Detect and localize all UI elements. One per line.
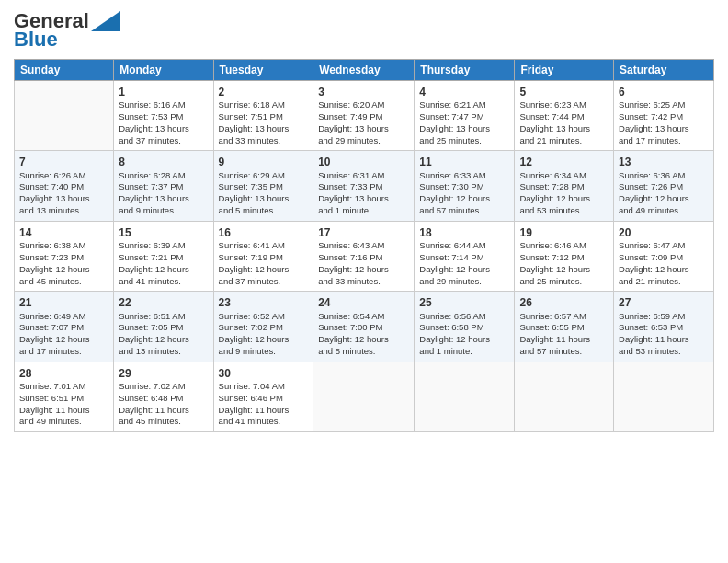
day-number: 1 xyxy=(119,85,208,99)
day-number: 11 xyxy=(419,155,509,169)
week-row-1: 1Sunrise: 6:16 AM Sunset: 7:53 PM Daylig… xyxy=(15,81,714,151)
day-info: Sunrise: 6:18 AM Sunset: 7:51 PM Dayligh… xyxy=(219,99,309,146)
day-cell xyxy=(313,362,415,431)
day-number: 12 xyxy=(519,155,609,169)
day-cell: 24Sunrise: 6:54 AM Sunset: 7:00 PM Dayli… xyxy=(313,292,415,362)
day-cell: 22Sunrise: 6:51 AM Sunset: 7:05 PM Dayli… xyxy=(114,292,213,362)
day-cell: 1Sunrise: 6:16 AM Sunset: 7:53 PM Daylig… xyxy=(114,81,213,151)
day-number: 2 xyxy=(219,85,309,99)
header-saturday: Saturday xyxy=(614,60,714,81)
day-info: Sunrise: 6:31 AM Sunset: 7:33 PM Dayligh… xyxy=(318,170,409,217)
day-info: Sunrise: 6:20 AM Sunset: 7:49 PM Dayligh… xyxy=(318,99,409,146)
day-cell: 16Sunrise: 6:41 AM Sunset: 7:19 PM Dayli… xyxy=(213,221,313,291)
day-cell: 29Sunrise: 7:02 AM Sunset: 6:48 PM Dayli… xyxy=(114,362,213,431)
day-info: Sunrise: 6:44 AM Sunset: 7:14 PM Dayligh… xyxy=(419,240,509,287)
day-number: 22 xyxy=(119,295,208,310)
day-info: Sunrise: 6:25 AM Sunset: 7:42 PM Dayligh… xyxy=(619,99,709,146)
day-info: Sunrise: 6:46 AM Sunset: 7:12 PM Dayligh… xyxy=(519,240,609,287)
day-cell: 3Sunrise: 6:20 AM Sunset: 7:49 PM Daylig… xyxy=(313,81,415,151)
day-cell: 10Sunrise: 6:31 AM Sunset: 7:33 PM Dayli… xyxy=(313,151,415,221)
week-row-5: 28Sunrise: 7:01 AM Sunset: 6:51 PM Dayli… xyxy=(15,362,714,431)
day-cell: 17Sunrise: 6:43 AM Sunset: 7:16 PM Dayli… xyxy=(313,221,415,291)
day-cell: 23Sunrise: 6:52 AM Sunset: 7:02 PM Dayli… xyxy=(213,292,313,362)
day-cell: 25Sunrise: 6:56 AM Sunset: 6:58 PM Dayli… xyxy=(415,292,515,362)
day-info: Sunrise: 6:16 AM Sunset: 7:53 PM Dayligh… xyxy=(119,99,208,146)
day-cell: 14Sunrise: 6:38 AM Sunset: 7:23 PM Dayli… xyxy=(15,221,114,291)
day-info: Sunrise: 6:51 AM Sunset: 7:05 PM Dayligh… xyxy=(119,311,208,358)
day-info: Sunrise: 6:34 AM Sunset: 7:28 PM Dayligh… xyxy=(519,170,609,217)
day-cell: 28Sunrise: 7:01 AM Sunset: 6:51 PM Dayli… xyxy=(15,362,114,431)
day-cell: 8Sunrise: 6:28 AM Sunset: 7:37 PM Daylig… xyxy=(114,151,213,221)
day-cell: 21Sunrise: 6:49 AM Sunset: 7:07 PM Dayli… xyxy=(15,292,114,362)
day-cell: 12Sunrise: 6:34 AM Sunset: 7:28 PM Dayli… xyxy=(515,151,614,221)
header: General Blue xyxy=(14,9,714,52)
day-cell: 27Sunrise: 6:59 AM Sunset: 6:53 PM Dayli… xyxy=(614,292,714,362)
day-number: 8 xyxy=(119,155,208,169)
day-info: Sunrise: 6:39 AM Sunset: 7:21 PM Dayligh… xyxy=(119,240,208,287)
day-number: 4 xyxy=(419,85,509,99)
day-number: 16 xyxy=(219,225,309,240)
day-cell: 30Sunrise: 7:04 AM Sunset: 6:46 PM Dayli… xyxy=(213,362,313,431)
day-info: Sunrise: 6:57 AM Sunset: 6:55 PM Dayligh… xyxy=(519,311,609,358)
day-cell: 2Sunrise: 6:18 AM Sunset: 7:51 PM Daylig… xyxy=(213,81,313,151)
day-number: 28 xyxy=(19,366,108,381)
day-info: Sunrise: 6:47 AM Sunset: 7:09 PM Dayligh… xyxy=(619,240,709,287)
day-info: Sunrise: 6:52 AM Sunset: 7:02 PM Dayligh… xyxy=(219,311,309,358)
day-number: 9 xyxy=(219,155,309,169)
header-tuesday: Tuesday xyxy=(213,60,313,81)
day-number: 29 xyxy=(119,366,208,381)
day-info: Sunrise: 6:36 AM Sunset: 7:26 PM Dayligh… xyxy=(619,170,709,217)
header-sunday: Sunday xyxy=(15,60,114,81)
day-info: Sunrise: 6:43 AM Sunset: 7:16 PM Dayligh… xyxy=(318,240,409,287)
header-wednesday: Wednesday xyxy=(313,60,415,81)
day-number: 18 xyxy=(419,225,509,240)
week-row-2: 7Sunrise: 6:26 AM Sunset: 7:40 PM Daylig… xyxy=(15,151,714,221)
day-info: Sunrise: 6:49 AM Sunset: 7:07 PM Dayligh… xyxy=(19,311,108,358)
svg-marker-0 xyxy=(91,11,120,31)
day-info: Sunrise: 6:38 AM Sunset: 7:23 PM Dayligh… xyxy=(19,240,108,287)
day-number: 6 xyxy=(619,85,709,99)
day-number: 3 xyxy=(318,85,409,99)
day-info: Sunrise: 6:59 AM Sunset: 6:53 PM Dayligh… xyxy=(619,311,709,358)
logo: General Blue xyxy=(14,9,120,52)
day-info: Sunrise: 6:56 AM Sunset: 6:58 PM Dayligh… xyxy=(419,311,509,358)
week-row-4: 21Sunrise: 6:49 AM Sunset: 7:07 PM Dayli… xyxy=(15,292,714,362)
day-cell: 18Sunrise: 6:44 AM Sunset: 7:14 PM Dayli… xyxy=(415,221,515,291)
day-number: 10 xyxy=(318,155,409,169)
day-number: 15 xyxy=(119,225,208,240)
day-info: Sunrise: 6:33 AM Sunset: 7:30 PM Dayligh… xyxy=(419,170,509,217)
day-number: 26 xyxy=(519,295,609,310)
day-number: 30 xyxy=(219,366,309,381)
day-info: Sunrise: 6:54 AM Sunset: 7:00 PM Dayligh… xyxy=(318,311,409,358)
day-info: Sunrise: 6:29 AM Sunset: 7:35 PM Dayligh… xyxy=(219,170,309,217)
logo-blue: Blue xyxy=(14,28,58,52)
day-cell: 15Sunrise: 6:39 AM Sunset: 7:21 PM Dayli… xyxy=(114,221,213,291)
day-number: 20 xyxy=(619,225,709,240)
day-number: 13 xyxy=(619,155,709,169)
day-info: Sunrise: 6:28 AM Sunset: 7:37 PM Dayligh… xyxy=(119,170,208,217)
day-number: 23 xyxy=(219,295,309,310)
day-cell xyxy=(614,362,714,431)
day-number: 14 xyxy=(19,225,108,240)
day-info: Sunrise: 7:01 AM Sunset: 6:51 PM Dayligh… xyxy=(19,381,108,428)
day-number: 5 xyxy=(519,85,609,99)
day-cell xyxy=(415,362,515,431)
day-info: Sunrise: 6:41 AM Sunset: 7:19 PM Dayligh… xyxy=(219,240,309,287)
day-info: Sunrise: 7:04 AM Sunset: 6:46 PM Dayligh… xyxy=(219,381,309,428)
day-cell: 13Sunrise: 6:36 AM Sunset: 7:26 PM Dayli… xyxy=(614,151,714,221)
day-cell xyxy=(515,362,614,431)
day-number: 17 xyxy=(318,225,409,240)
week-row-3: 14Sunrise: 6:38 AM Sunset: 7:23 PM Dayli… xyxy=(15,221,714,291)
day-cell: 7Sunrise: 6:26 AM Sunset: 7:40 PM Daylig… xyxy=(15,151,114,221)
day-cell: 4Sunrise: 6:21 AM Sunset: 7:47 PM Daylig… xyxy=(415,81,515,151)
calendar-table: SundayMondayTuesdayWednesdayThursdayFrid… xyxy=(14,59,714,432)
header-row: SundayMondayTuesdayWednesdayThursdayFrid… xyxy=(15,60,714,81)
day-cell: 11Sunrise: 6:33 AM Sunset: 7:30 PM Dayli… xyxy=(415,151,515,221)
day-number: 7 xyxy=(19,155,108,169)
logo-icon xyxy=(91,11,120,31)
day-cell: 19Sunrise: 6:46 AM Sunset: 7:12 PM Dayli… xyxy=(515,221,614,291)
day-cell: 6Sunrise: 6:25 AM Sunset: 7:42 PM Daylig… xyxy=(614,81,714,151)
day-info: Sunrise: 6:23 AM Sunset: 7:44 PM Dayligh… xyxy=(519,99,609,146)
day-info: Sunrise: 6:21 AM Sunset: 7:47 PM Dayligh… xyxy=(419,99,509,146)
day-cell xyxy=(15,81,114,151)
